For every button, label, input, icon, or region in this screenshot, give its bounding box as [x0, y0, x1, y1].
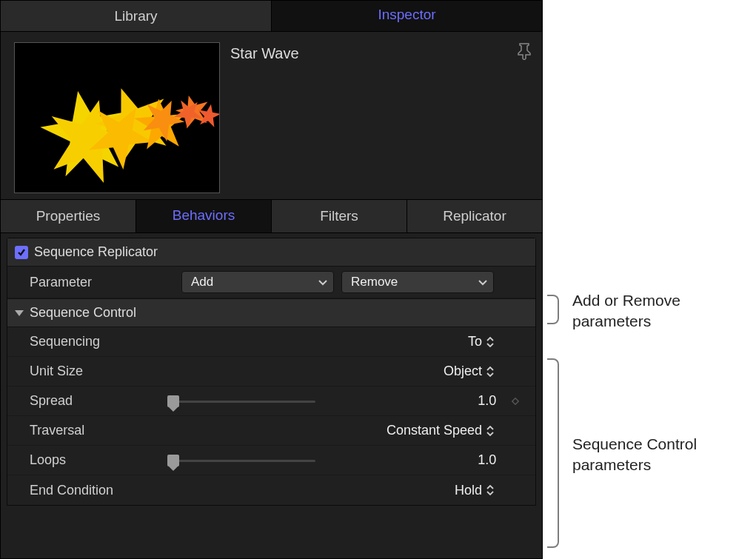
spread-row: Spread 1.0 — [7, 386, 535, 416]
tab-library[interactable]: Library — [1, 1, 272, 31]
parameter-row: Parameter Add Remove — [7, 267, 535, 298]
stepper-icon — [486, 485, 494, 495]
sequence-control-group[interactable]: Sequence Control — [7, 298, 535, 327]
keyframe-diamond-icon[interactable] — [504, 397, 526, 406]
section-title: Sequence Replicator — [34, 244, 158, 260]
group-label: Sequence Control — [30, 305, 136, 321]
remove-parameter-popup[interactable]: Remove — [341, 271, 494, 293]
stepper-icon — [486, 426, 494, 436]
popup-label: Remove — [351, 275, 398, 289]
inspector-body: Sequence Replicator Parameter Add Remove — [1, 233, 542, 558]
chevron-down-icon — [318, 275, 327, 289]
svg-rect-1 — [512, 398, 518, 404]
param-label: Unit Size — [30, 364, 174, 379]
end-condition-row: End Condition Hold — [7, 475, 535, 505]
param-label: Parameter — [30, 275, 174, 290]
loops-slider[interactable] — [167, 453, 315, 468]
star-wave-graphic — [15, 43, 220, 193]
tab-label: Filters — [320, 208, 358, 224]
tab-label: Library — [114, 8, 157, 24]
param-label: Traversal — [30, 423, 174, 438]
pin-icon[interactable] — [517, 42, 533, 61]
popup-value: Constant Speed — [387, 423, 482, 438]
loops-row: Loops 1.0 — [7, 446, 535, 475]
tab-behaviors[interactable]: Behaviors — [136, 200, 272, 232]
spread-slider[interactable] — [167, 394, 315, 409]
param-label: End Condition — [30, 483, 174, 498]
tab-label: Inspector — [378, 7, 435, 23]
tab-inspector[interactable]: Inspector — [272, 1, 542, 31]
sub-tab-bar: Properties Behaviors Filters Replicator — [1, 199, 542, 233]
stepper-icon — [486, 366, 494, 377]
param-label: Loops — [30, 452, 160, 468]
item-title: Star Wave — [230, 45, 299, 189]
tab-filters[interactable]: Filters — [272, 200, 407, 232]
preview-thumbnail[interactable] — [14, 42, 220, 193]
popup-value: To — [468, 334, 482, 349]
spread-value[interactable]: 1.0 — [452, 393, 496, 409]
traversal-popup[interactable]: Constant Speed — [387, 423, 494, 438]
traversal-row: Traversal Constant Speed — [7, 416, 535, 446]
tab-label: Behaviors — [173, 207, 235, 224]
end-condition-popup[interactable]: Hold — [455, 483, 494, 498]
callout-text: Sequence Control parameters — [572, 434, 743, 476]
preview-row: Star Wave — [1, 32, 542, 199]
stepper-icon — [486, 337, 494, 347]
disclosure-triangle-icon — [15, 310, 24, 316]
sequencing-popup[interactable]: To — [468, 334, 494, 349]
tab-label: Properties — [36, 208, 101, 224]
add-parameter-popup[interactable]: Add — [181, 271, 334, 293]
callout-text: Add or Remove parameters — [572, 290, 743, 332]
loops-value[interactable]: 1.0 — [452, 452, 496, 468]
unit-size-popup[interactable]: Object — [444, 364, 494, 379]
unit-size-row: Unit Size Object — [7, 357, 535, 386]
tab-properties[interactable]: Properties — [1, 200, 136, 232]
top-tab-bar: Library Inspector — [1, 1, 542, 32]
annotation-area: Add or Remove parameters Sequence Contro… — [543, 0, 756, 559]
popup-value: Object — [444, 364, 482, 379]
tab-replicator[interactable]: Replicator — [407, 200, 542, 232]
chevron-down-icon — [478, 275, 487, 289]
behavior-section: Sequence Replicator Parameter Add Remove — [7, 238, 536, 506]
callout-bracket — [547, 358, 559, 548]
callout-bracket — [547, 295, 559, 324]
behavior-section-header[interactable]: Sequence Replicator — [7, 238, 535, 267]
tab-label: Replicator — [443, 208, 506, 224]
inspector-panel: Library Inspector — [0, 0, 543, 559]
param-label: Spread — [30, 393, 160, 409]
popup-value: Hold — [455, 483, 482, 498]
popup-label: Add — [191, 275, 213, 289]
sequencing-row: Sequencing To — [7, 327, 535, 357]
param-label: Sequencing — [30, 334, 174, 349]
enable-checkbox[interactable] — [15, 246, 28, 259]
